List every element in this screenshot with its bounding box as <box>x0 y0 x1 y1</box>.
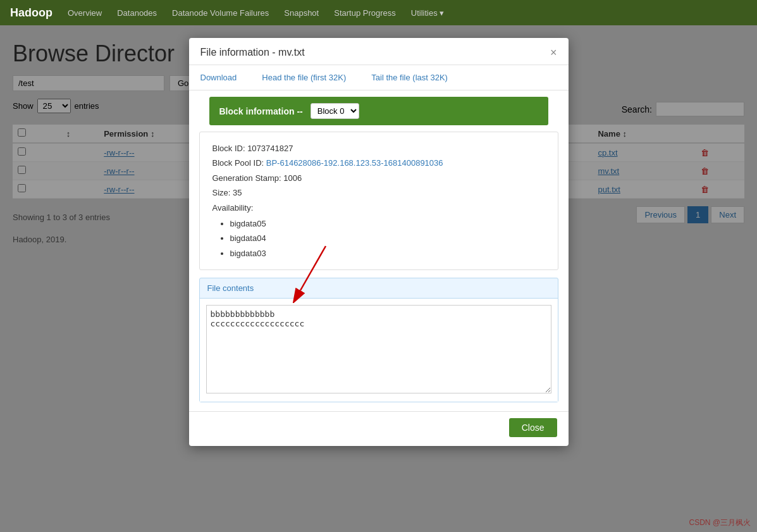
download-link[interactable]: Download <box>200 73 237 82</box>
tail-file-link[interactable]: Tail the file (last 32K) <box>371 73 448 82</box>
block-pool-value: BP-614628086-192.168.123.53-168140089103… <box>266 158 443 168</box>
avail-node-0: bigdata05 <box>230 216 545 231</box>
availability-label: Availability: <box>212 203 254 213</box>
navbar: Hadoop Overview Datanodes Datanode Volum… <box>0 0 757 25</box>
block-id-row: Block ID: 1073741827 <box>212 141 545 156</box>
size-label: Size: <box>212 188 231 197</box>
file-contents-header: File contents <box>200 278 558 299</box>
gen-stamp-label: Generation Stamp: <box>212 173 281 183</box>
modal-links: Download Head the file (first 32K) Tail … <box>189 65 569 90</box>
block-id-label: Block ID: <box>212 144 245 153</box>
nav-startup[interactable]: Startup Progress <box>334 8 396 18</box>
block-info-label: Block information -- <box>219 106 303 116</box>
size-row: Size: 35 <box>212 185 545 200</box>
close-button[interactable]: Close <box>509 418 557 437</box>
file-content-textarea[interactable]: bbbbbbbbbbbbb ccccccccccccccccccc <box>206 305 551 393</box>
modal: File information - mv.txt × Download Hea… <box>189 38 569 446</box>
block-details: Block ID: 1073741827 Block Pool ID: BP-6… <box>199 132 558 270</box>
nav-datanodes[interactable]: Datanodes <box>117 8 157 18</box>
gen-stamp-value: 1006 <box>283 173 302 183</box>
avail-node-2: bigdata03 <box>230 246 545 261</box>
availability-row: Availability: bigdata05 bigdata04 bigdat… <box>212 201 545 261</box>
block-select[interactable]: Block 0 <box>311 103 359 119</box>
navbar-brand: Hadoop <box>10 6 52 20</box>
modal-title: File information - mv.txt <box>200 47 305 58</box>
file-contents-label: File contents <box>207 283 254 293</box>
file-contents-body: bbbbbbbbbbbbb ccccccccccccccccccc <box>200 299 558 402</box>
availability-list: bigdata05 bigdata04 bigdata03 <box>230 216 545 261</box>
modal-header: File information - mv.txt × <box>189 38 569 65</box>
modal-close-btn[interactable]: × <box>550 47 557 58</box>
nav-overview[interactable]: Overview <box>68 8 102 18</box>
size-value: 35 <box>233 188 242 197</box>
avail-node-1: bigdata04 <box>230 231 545 245</box>
block-id-value: 1073741827 <box>247 144 293 153</box>
nav-datanode-volume[interactable]: Datanode Volume Failures <box>172 8 269 18</box>
nav-utilities[interactable]: Utilities ▾ <box>411 8 445 18</box>
block-pool-label: Block Pool ID: <box>212 158 264 168</box>
modal-footer: Close <box>189 411 569 446</box>
nav-snapshot[interactable]: Snapshot <box>284 8 319 18</box>
block-pool-row: Block Pool ID: BP-614628086-192.168.123.… <box>212 156 545 170</box>
modal-overlay: File information - mv.txt × Download Hea… <box>0 25 757 532</box>
block-info-header: Block information -- Block 0 <box>209 97 548 125</box>
file-contents-section: File contents bbbbbbbbbbbbb cccccccccccc… <box>199 278 558 402</box>
gen-stamp-row: Generation Stamp: 1006 <box>212 171 545 185</box>
head-file-link[interactable]: Head the file (first 32K) <box>262 73 346 82</box>
